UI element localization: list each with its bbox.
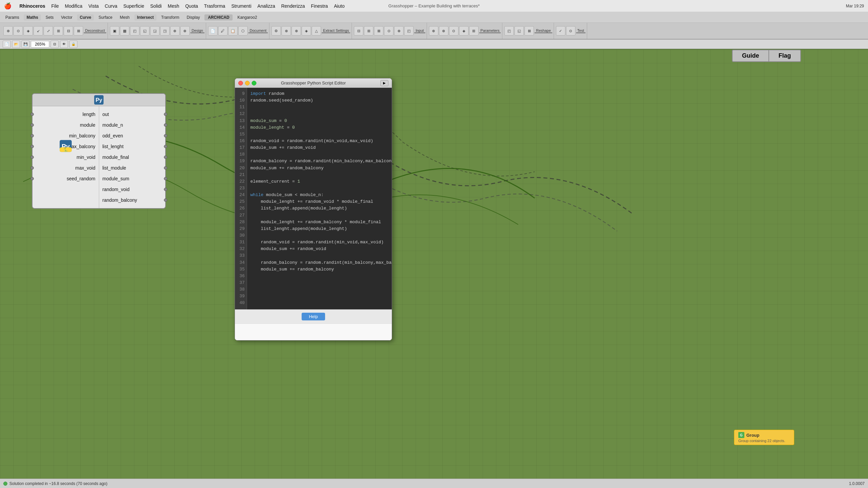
guide-button[interactable]: Guide	[732, 50, 769, 62]
run-button[interactable]: ▶	[380, 80, 389, 86]
tb-btn-26[interactable]: ⊟	[354, 26, 363, 35]
tab-maths[interactable]: Maths	[24, 14, 41, 21]
tb-btn-29[interactable]: ⊙	[384, 26, 394, 35]
app-name[interactable]: Rhinoceros	[20, 3, 45, 9]
tab-params[interactable]: Params	[3, 14, 22, 21]
port-module[interactable]: module	[32, 120, 99, 130]
tb-btn-4[interactable]: ↙	[33, 26, 43, 35]
tb-btn-1[interactable]: ⊕	[3, 26, 13, 35]
tb-btn-37[interactable]: ◰	[504, 26, 514, 35]
python-node[interactable]: Py length module min_balcony	[32, 93, 166, 209]
tb-btn-9[interactable]: ▣	[110, 26, 119, 35]
menu-finestra[interactable]: Finestra	[311, 3, 328, 9]
group-tooltip[interactable]: G Group Group containing 22 objects.	[734, 430, 794, 445]
tab-vector[interactable]: Vector	[58, 14, 75, 21]
menu-modifica[interactable]: Modifica	[65, 3, 83, 9]
code-content[interactable]: import random random.seed(seed_random) m…	[247, 88, 392, 309]
menu-strumenti[interactable]: Strumenti	[231, 3, 251, 9]
tb-btn-36[interactable]: ⊞	[469, 26, 478, 35]
tb-btn-33[interactable]: ⊗	[439, 26, 448, 35]
tb-btn-14[interactable]: ◳	[160, 26, 169, 35]
tb-btn-25[interactable]: △	[312, 26, 321, 35]
menu-superficie[interactable]: Superficie	[123, 3, 144, 9]
tab-sets[interactable]: Sets	[43, 14, 56, 21]
close-btn[interactable]	[238, 81, 243, 86]
code-area[interactable]: 9101112131415161718192021222324252627282…	[235, 88, 392, 309]
apple-menu[interactable]: 🍎	[4, 2, 11, 10]
menu-analizza[interactable]: Analizza	[257, 3, 275, 9]
port-odd-even[interactable]: odd_even	[99, 130, 165, 141]
port-random-void[interactable]: random_void	[99, 184, 165, 195]
menu-file[interactable]: File	[51, 3, 59, 9]
port-max-void[interactable]: max_void	[32, 162, 99, 173]
tb-btn-18[interactable]: 🖊	[218, 26, 227, 35]
menu-vista[interactable]: Vista	[89, 3, 99, 9]
tb-btn-13[interactable]: ◲	[150, 26, 159, 35]
menu-renderizza[interactable]: Renderizza	[281, 3, 305, 9]
tb-btn-34[interactable]: ⊙	[449, 26, 459, 35]
port-list-lenght[interactable]: list_lenght	[99, 141, 165, 152]
port-seed-random[interactable]: seed_random	[32, 173, 99, 184]
port-module-final[interactable]: module_final	[99, 152, 165, 162]
port-out[interactable]: out	[99, 109, 165, 120]
tb-btn-17[interactable]: 📄	[208, 26, 217, 35]
tab-mesh[interactable]: Mesh	[117, 14, 132, 21]
tb-btn-23[interactable]: ⊕	[291, 26, 301, 35]
menu-solidi[interactable]: Solidi	[150, 3, 161, 9]
port-random-balcony[interactable]: random_balcony	[99, 195, 165, 206]
tb-btn-12[interactable]: ◱	[140, 26, 150, 35]
tab-curve[interactable]: Curve	[77, 14, 94, 21]
port-min-balcony[interactable]: min_balcony	[32, 130, 99, 141]
tb-btn-2[interactable]: ⊙	[13, 26, 23, 35]
port-max-balcony[interactable]: max_balcony Py 🐍	[32, 141, 99, 152]
tb-btn-30[interactable]: ⊕	[394, 26, 403, 35]
tb-btn-24[interactable]: ◈	[302, 26, 311, 35]
port-module-n[interactable]: module_n	[99, 120, 165, 130]
tb-btn-22[interactable]: ⊗	[281, 26, 291, 35]
tb-btn-6[interactable]: ⊞	[54, 26, 63, 35]
tb-btn-7[interactable]: ⊟	[64, 26, 73, 35]
tab-display[interactable]: Display	[184, 14, 203, 21]
save-btn[interactable]: 💾	[22, 40, 30, 48]
tab-kangaroo[interactable]: Kangaroo2	[235, 14, 260, 21]
new-btn[interactable]: 📄	[3, 40, 11, 48]
tb-btn-39[interactable]: ⊠	[525, 26, 534, 35]
tb-btn-5[interactable]: ⤢	[43, 26, 53, 35]
port-module-sum[interactable]: module_sum	[99, 173, 165, 184]
tb-btn-31[interactable]: ◰	[404, 26, 413, 35]
tab-transform[interactable]: Transform	[158, 14, 182, 21]
tb-btn-40[interactable]: ✓	[556, 26, 565, 35]
open-btn[interactable]: 📂	[12, 40, 20, 48]
tb-btn-28[interactable]: ⊠	[374, 26, 383, 35]
menu-mesh[interactable]: Mesh	[167, 3, 179, 9]
tab-intersect[interactable]: Intersect	[134, 14, 156, 21]
tb-btn-16[interactable]: ⊗	[180, 26, 190, 35]
tb-btn-20[interactable]: ⬡	[238, 26, 248, 35]
tb-btn-38[interactable]: ◱	[515, 26, 524, 35]
port-list-module[interactable]: list_module	[99, 162, 165, 173]
tb-btn-21[interactable]: ⚙	[272, 26, 281, 35]
fit-btn[interactable]: ⊡	[51, 40, 59, 48]
tb-btn-11[interactable]: ◰	[130, 26, 140, 35]
tb-btn-8[interactable]: ⊠	[74, 26, 83, 35]
menu-curva[interactable]: Curva	[105, 3, 117, 9]
menu-aiuto[interactable]: Aiuto	[334, 3, 344, 9]
tb-btn-32[interactable]: ⊕	[429, 26, 438, 35]
minimize-btn[interactable]	[245, 81, 250, 86]
flag-button[interactable]: Flag	[769, 50, 801, 62]
tb-btn-41[interactable]: ⊙	[566, 26, 576, 35]
tb-btn-27[interactable]: ⊞	[364, 26, 373, 35]
maximize-btn[interactable]	[252, 81, 256, 86]
tb-btn-15[interactable]: ⊕	[170, 26, 180, 35]
view-btn[interactable]: 👁	[60, 40, 68, 48]
tb-btn-3[interactable]: ◈	[24, 26, 33, 35]
menu-quota[interactable]: Quota	[185, 3, 198, 9]
tb-btn-10[interactable]: ▦	[120, 26, 129, 35]
tb-btn-35[interactable]: ◈	[459, 26, 468, 35]
tb-btn-19[interactable]: 📋	[228, 26, 238, 35]
menu-trasforma[interactable]: Trasforma	[204, 3, 225, 9]
port-length[interactable]: length	[32, 109, 99, 120]
zoom-level[interactable]: 265%	[31, 41, 49, 48]
tab-archicad[interactable]: ARCHICAD	[205, 14, 232, 21]
port-min-void[interactable]: min_void	[32, 152, 99, 162]
